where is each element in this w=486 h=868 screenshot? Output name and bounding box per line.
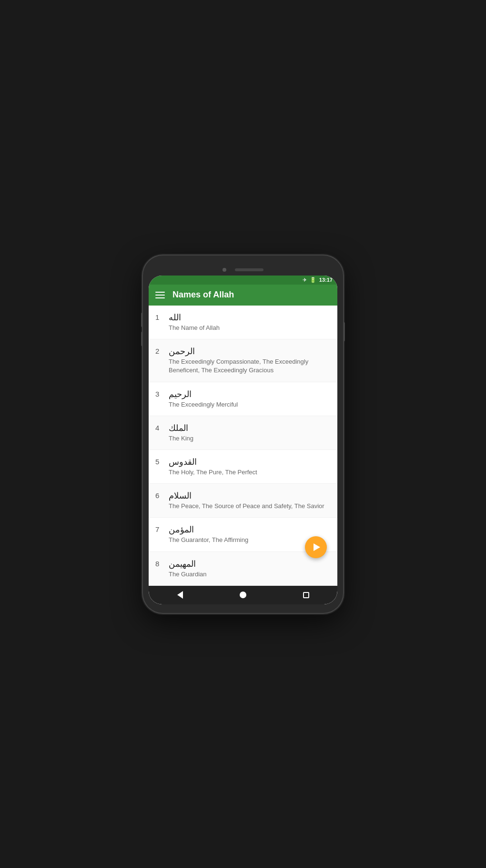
item-number: 1: [155, 312, 169, 321]
app-title: Names of Allah: [172, 290, 234, 300]
item-arabic: الرحيم: [169, 389, 331, 399]
app-bar: Names of Allah: [149, 285, 337, 306]
item-translation: The Guardian: [169, 570, 331, 579]
status-bar: ✈ 🔋 13:17: [149, 276, 337, 285]
status-time: 13:17: [319, 277, 333, 283]
list-item[interactable]: 6 السلام The Peace, The Source of Peace …: [149, 484, 337, 518]
item-content: السلام The Peace, The Source of Peace an…: [169, 490, 331, 511]
speaker: [235, 268, 263, 271]
item-content: الرحيم The Exceedingly Merciful: [169, 389, 331, 409]
phone-frame: ✈ 🔋 13:17 Names of Allah 1 الله The Name…: [143, 255, 343, 613]
volume-up-button[interactable]: [141, 313, 143, 327]
item-number: 6: [155, 490, 169, 500]
volume-down-button[interactable]: [141, 332, 143, 346]
list-item[interactable]: 4 الملك The King: [149, 416, 337, 450]
hamburger-menu-button[interactable]: [155, 292, 165, 298]
list-item[interactable]: 8 المهيمن The Guardian: [149, 552, 337, 586]
item-number: 8: [155, 559, 169, 568]
item-number: 7: [155, 524, 169, 533]
item-translation: The King: [169, 434, 331, 443]
recents-button[interactable]: [303, 592, 309, 598]
item-number: 2: [155, 346, 169, 355]
item-arabic: المؤمن: [169, 524, 331, 535]
item-content: القدوس The Holy, The Pure, The Perfect: [169, 457, 331, 477]
back-button[interactable]: [177, 591, 183, 599]
screen-wrapper: 1 الله The Name of Allah 2 الرحمن The Ex…: [149, 306, 337, 586]
item-arabic: المهيمن: [169, 559, 331, 569]
item-content: الملك The King: [169, 423, 331, 443]
airplane-icon: ✈: [303, 277, 307, 283]
list-item[interactable]: 5 القدوس The Holy, The Pure, The Perfect: [149, 450, 337, 484]
play-fab-button[interactable]: [305, 536, 327, 558]
phone-top: [149, 264, 337, 276]
camera: [223, 268, 226, 272]
item-arabic: الملك: [169, 423, 331, 433]
item-number: 4: [155, 423, 169, 432]
item-arabic: الرحمن: [169, 346, 331, 357]
item-translation: The Name of Allah: [169, 324, 331, 332]
item-content: الرحمن The Exceedingly Compassionate, Th…: [169, 346, 331, 375]
item-content: المهيمن The Guardian: [169, 559, 331, 579]
item-number: 3: [155, 389, 169, 398]
item-translation: The Holy, The Pure, The Perfect: [169, 468, 331, 477]
screen: ✈ 🔋 13:17 Names of Allah 1 الله The Name…: [149, 276, 337, 604]
list-item[interactable]: 3 الرحيم The Exceedingly Merciful: [149, 382, 337, 416]
list-item[interactable]: 2 الرحمن The Exceedingly Compassionate, …: [149, 339, 337, 382]
list-item[interactable]: 1 الله The Name of Allah: [149, 306, 337, 339]
battery-icon: 🔋: [310, 277, 316, 283]
item-arabic: السلام: [169, 490, 331, 501]
item-arabic: الله: [169, 312, 331, 323]
nav-bar: [149, 586, 337, 604]
item-arabic: القدوس: [169, 457, 331, 467]
item-content: الله The Name of Allah: [169, 312, 331, 332]
play-icon: [314, 543, 320, 551]
home-button[interactable]: [240, 592, 246, 598]
item-translation: The Exceedingly Merciful: [169, 400, 331, 409]
item-translation: The Exceedingly Compassionate, The Excee…: [169, 357, 331, 375]
power-button[interactable]: [343, 322, 345, 341]
item-number: 5: [155, 457, 169, 466]
item-translation: The Peace, The Source of Peace and Safet…: [169, 502, 331, 511]
